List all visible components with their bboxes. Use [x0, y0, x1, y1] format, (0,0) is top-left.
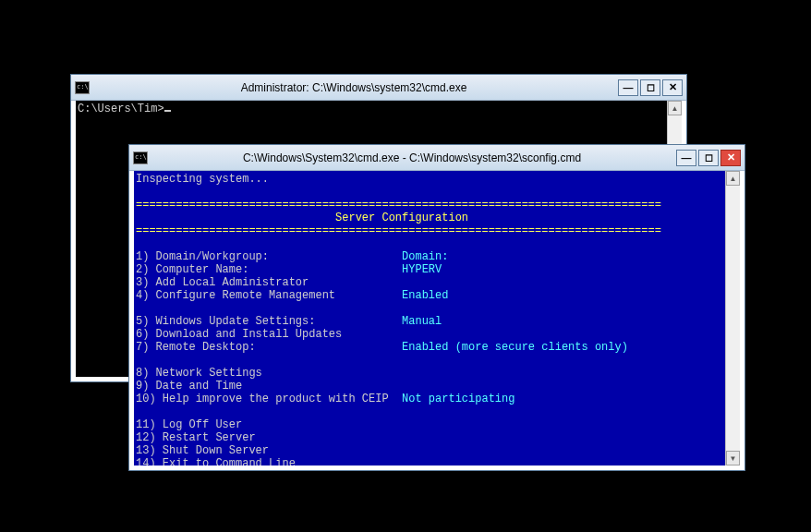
- titlebar[interactable]: Administrator: C:\Windows\system32\cmd.e…: [71, 75, 686, 101]
- divider: ========================================…: [136, 224, 661, 237]
- menu-value: HYPERV: [402, 263, 442, 276]
- menu-item-10: 8) Network Settings: [136, 367, 402, 380]
- menu-item-7: 6) Download and Install Updates: [136, 328, 402, 341]
- window-title: Administrator: C:\Windows\system32\cmd.e…: [95, 81, 612, 94]
- divider: ========================================…: [136, 199, 661, 212]
- header: Server Configuration: [136, 212, 661, 224]
- menu-item-3: 3) Add Local Administrator: [136, 276, 402, 289]
- menu-item-1: 1) Domain/Workgroup: Domain:: [136, 250, 448, 263]
- titlebar[interactable]: C:\Windows\System32\cmd.exe - C:\Windows…: [129, 145, 744, 171]
- prompt: C:\Users\Tim>: [78, 103, 164, 115]
- cursor: [164, 110, 171, 112]
- close-button[interactable]: ✕: [662, 79, 683, 96]
- minimize-button[interactable]: —: [676, 150, 696, 166]
- menu-item-4: 4) Configure Remote Management Enabled: [136, 289, 448, 302]
- menu-item-15: 12) Restart Server: [136, 431, 402, 444]
- console-output[interactable]: Inspecting system... ===================…: [134, 171, 725, 466]
- menu-item-14: 11) Log Off User: [136, 418, 402, 431]
- scrollbar[interactable]: ▲ ▼: [725, 171, 740, 466]
- minimize-button[interactable]: —: [618, 79, 638, 96]
- maximize-button[interactable]: ◻: [640, 79, 660, 96]
- client-area: Inspecting system... ===================…: [134, 171, 740, 466]
- scroll-up-button[interactable]: ▲: [668, 101, 682, 115]
- cmd-icon: [133, 151, 148, 164]
- window-title: C:\Windows\System32\cmd.exe - C:\Windows…: [153, 151, 671, 164]
- menu-value: Enabled (more secure clients only): [402, 341, 628, 354]
- menu-item-17: 14) Exit to Command Line: [136, 457, 402, 466]
- inspecting-line: Inspecting system...: [136, 173, 269, 186]
- menu-item-8: 7) Remote Desktop: Enabled (more secure …: [136, 341, 628, 354]
- menu-value: Manual: [402, 315, 442, 328]
- menu-value: Domain:: [402, 250, 448, 263]
- menu-item-2: 2) Computer Name: HYPERV: [136, 263, 442, 276]
- menu-value: Not participating: [402, 393, 514, 405]
- menu-item-6: 5) Windows Update Settings: Manual: [136, 315, 442, 328]
- scroll-down-button[interactable]: ▼: [726, 451, 740, 466]
- cmd-window-sconfig: C:\Windows\System32\cmd.exe - C:\Windows…: [128, 144, 745, 471]
- menu-item-11: 9) Date and Time: [136, 380, 402, 393]
- window-controls: — ◻ ✕: [618, 79, 683, 96]
- cmd-icon: [75, 81, 90, 94]
- menu-value: Enabled: [402, 289, 448, 302]
- menu-item-16: 13) Shut Down Server: [136, 444, 402, 457]
- scroll-up-button[interactable]: ▲: [726, 171, 740, 186]
- scroll-track[interactable]: [726, 186, 740, 451]
- close-button[interactable]: ✕: [720, 150, 741, 166]
- maximize-button[interactable]: ◻: [698, 150, 719, 166]
- menu-item-12: 10) Help improve the product with CEIP N…: [136, 393, 514, 405]
- window-controls: — ◻ ✕: [676, 150, 741, 166]
